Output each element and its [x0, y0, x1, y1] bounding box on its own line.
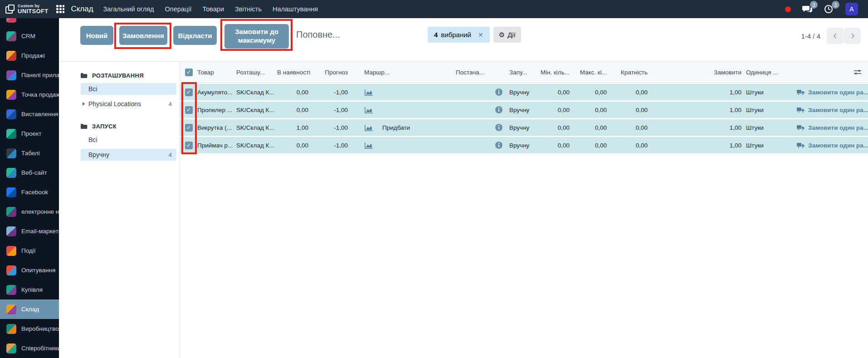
- column-header-on_hand[interactable]: В наявності: [277, 69, 312, 76]
- sidebar-item[interactable]: Події: [0, 241, 59, 260]
- checkbox-icon: ✓: [185, 142, 193, 149]
- actions-button[interactable]: ⚙ Дії: [493, 27, 521, 43]
- info-icon[interactable]: [495, 123, 503, 132]
- inventory-app-icon: [6, 304, 16, 314]
- pager-prev-button[interactable]: [827, 28, 844, 44]
- sidebar-item-label: Email-маркетинг: [21, 228, 59, 235]
- nav-menu-item[interactable]: Загальний огляд: [103, 5, 154, 13]
- sidebar-item[interactable]: CRM: [0, 26, 59, 46]
- cell-product[interactable]: Викрутка (...: [197, 124, 236, 131]
- column-header-to_order[interactable]: Замовити: [649, 69, 742, 76]
- column-header-location[interactable]: Розташу...: [236, 69, 277, 76]
- area-chart-icon[interactable]: [364, 142, 373, 149]
- order-once-link[interactable]: Замовити один ра...: [781, 89, 868, 96]
- sidebar-item[interactable]: Панелі приладів: [0, 65, 59, 85]
- apps-menu-icon[interactable]: [56, 5, 64, 13]
- nav-menu-item[interactable]: Звітність: [235, 5, 262, 13]
- filter-item[interactable]: Вручну4: [81, 149, 176, 161]
- area-chart-icon[interactable]: [364, 124, 373, 131]
- sidebar-item[interactable]: Співробітники: [0, 338, 59, 358]
- column-header-forecast[interactable]: Прогноз: [312, 69, 355, 76]
- sidebar-item[interactable]: Facebook: [0, 182, 59, 202]
- cell-vendor: [450, 88, 505, 96]
- sidebar-item[interactable]: Виробництво: [0, 319, 59, 338]
- column-header-vendor[interactable]: Постача...: [450, 69, 505, 76]
- column-header-multiple[interactable]: Кратність: [609, 69, 649, 76]
- messages-icon[interactable]: 3: [802, 4, 813, 14]
- filter-item-label: Всі: [88, 85, 97, 93]
- sidebar-item[interactable]: Склад: [0, 299, 59, 319]
- row-checkbox[interactable]: ✓: [180, 106, 197, 114]
- order-once-link[interactable]: Замовити один ра...: [781, 124, 868, 131]
- chevron-left-icon: [833, 33, 838, 39]
- sidebar-item[interactable]: електронне на...: [0, 202, 59, 221]
- area-chart-icon[interactable]: [364, 89, 373, 96]
- user-avatar[interactable]: A: [845, 3, 858, 15]
- cell-product[interactable]: Пропелер ...: [197, 107, 236, 113]
- sidebar-item[interactable]: Email-маркетинг: [0, 221, 59, 241]
- pager-next-button[interactable]: [844, 28, 861, 44]
- filter-section-header[interactable]: ЗАПУСК: [59, 122, 180, 131]
- row-checkbox[interactable]: ✓: [180, 88, 197, 96]
- selected-records-chip[interactable]: 4 вибраний ✕: [428, 27, 490, 43]
- sidebar-item[interactable]: Купівля: [0, 280, 59, 299]
- table-row: ✓Викрутка (...SK/Склад К...1,00-1,00Прид…: [180, 119, 868, 136]
- sidebar-item[interactable]: Проект: [0, 124, 59, 143]
- table-settings-cell[interactable]: [781, 69, 868, 75]
- cell-on_hand: 0,00: [277, 142, 312, 149]
- filter-item[interactable]: Physical Locations4: [81, 98, 176, 110]
- nav-menu-item[interactable]: Операції: [165, 5, 192, 13]
- order-button[interactable]: Замовлення: [119, 26, 167, 45]
- info-icon[interactable]: [495, 141, 503, 149]
- table-row: ✓Акумулято...SK/Склад К...0,00-1,00Вручн…: [180, 84, 868, 100]
- sidebar-item[interactable]: Табелі: [0, 143, 59, 163]
- row-checkbox[interactable]: ✓: [180, 142, 197, 149]
- truck-icon: [797, 125, 805, 131]
- employees-app-icon: [6, 343, 16, 353]
- area-chart-icon[interactable]: [364, 107, 373, 113]
- sidebar-item-label: Табелі: [21, 150, 40, 157]
- company-logo[interactable]: Custom by UNITSOFT: [0, 4, 54, 14]
- sidebar-item[interactable]: Виставлення ра...: [0, 104, 59, 124]
- filter-item-label: Вручну: [88, 151, 109, 158]
- sidebar-item[interactable]: Точка продажу: [0, 85, 59, 104]
- cell-uom: Штуки: [742, 124, 781, 131]
- sidebar-item[interactable]: Продажі: [0, 46, 59, 65]
- column-header-max_qty[interactable]: Макс. кі...: [571, 69, 609, 76]
- column-header-route[interactable]: Маршр...: [355, 69, 450, 76]
- activities-clock-icon[interactable]: 3: [824, 4, 834, 14]
- column-header-product[interactable]: Товар: [197, 69, 236, 76]
- snooze-button[interactable]: Відкласти: [173, 26, 217, 45]
- order-once-link[interactable]: Замовити один ра...: [781, 107, 868, 113]
- area-chart-icon: [364, 89, 373, 96]
- column-settings-icon: [853, 69, 862, 75]
- clear-selection-icon[interactable]: ✕: [478, 31, 483, 39]
- caret-right-icon: [83, 102, 85, 106]
- nav-menu-item[interactable]: Товари: [202, 5, 224, 13]
- current-app-name[interactable]: Склад: [71, 5, 93, 14]
- nav-menu-item[interactable]: Налаштування: [273, 5, 318, 13]
- order-to-maximum-button[interactable]: Замовити до максимуму: [224, 24, 289, 49]
- filter-item[interactable]: Всі: [81, 83, 176, 95]
- sidebar-item[interactable]: Опитування: [0, 260, 59, 280]
- info-icon[interactable]: [495, 88, 503, 96]
- breadcrumb-title[interactable]: Поповне...: [296, 29, 340, 40]
- cell-min_qty: 0,00: [540, 142, 571, 149]
- filter-item[interactable]: Всі: [81, 134, 176, 146]
- cell-product[interactable]: Приймач р...: [197, 142, 236, 149]
- column-header-uom[interactable]: Одиниця ...: [742, 69, 781, 76]
- new-button[interactable]: Новий: [80, 26, 113, 45]
- info-icon[interactable]: [495, 106, 503, 114]
- filter-section-header[interactable]: РОЗТАШУВАННЯ: [59, 71, 180, 80]
- order-once-link[interactable]: Замовити один ра...: [781, 142, 868, 149]
- cell-product[interactable]: Акумулято...: [197, 89, 236, 96]
- select-all-cell[interactable]: ✓: [180, 69, 197, 76]
- column-header-trigger[interactable]: Запу...: [505, 69, 540, 76]
- sidebar-item[interactable]: Веб-сайт: [0, 163, 59, 182]
- top-navbar: Custom by UNITSOFT Склад Загальний огляд…: [0, 0, 868, 18]
- filter-item-label: Всі: [88, 136, 97, 143]
- cell-route: Придбати: [355, 124, 450, 131]
- column-header-min_qty[interactable]: Мін. кіль...: [540, 69, 571, 76]
- pager: 1-4 / 4: [801, 28, 861, 44]
- row-checkbox[interactable]: ✓: [180, 124, 197, 132]
